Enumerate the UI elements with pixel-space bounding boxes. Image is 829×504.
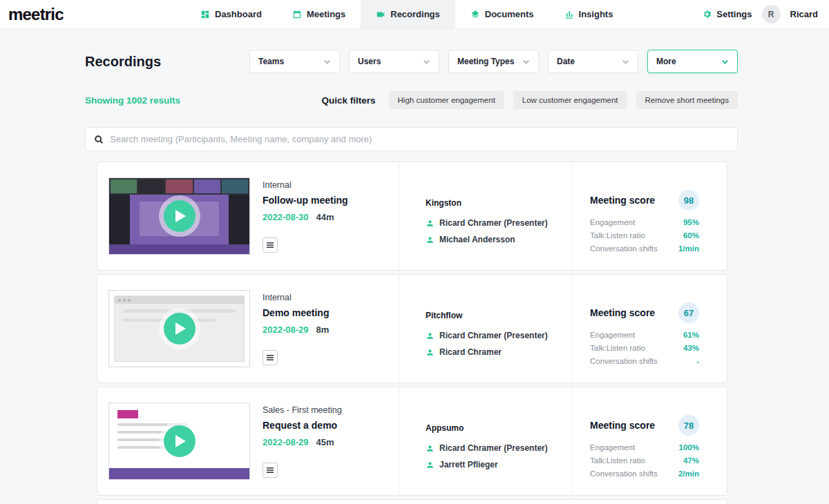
- metric-row: Engagement100%: [590, 443, 699, 452]
- participant: Ricard Chramer (Presenter): [426, 218, 564, 228]
- meeting-title: Request a demo: [263, 420, 389, 431]
- hamburger-icon: [266, 241, 274, 249]
- company-name: Appsumo: [426, 423, 564, 433]
- meeting-title: Follow-up meeting: [263, 195, 389, 206]
- chevron-down-icon: [323, 58, 331, 66]
- metric-row: Talk:Listen ratio43%: [590, 344, 699, 352]
- metric-row: Conversation shifts1/min: [590, 244, 699, 253]
- meeting-duration: 8m: [316, 324, 330, 335]
- person-icon: [426, 219, 435, 228]
- play-icon: [175, 322, 186, 335]
- filter-label: Teams: [258, 57, 284, 66]
- participant-name: Ricard Chramer (Presenter): [439, 443, 548, 453]
- participant: Jarrett Pflieger: [426, 460, 564, 469]
- recording-thumbnail[interactable]: [108, 177, 250, 255]
- participant: Michael Andersson: [426, 235, 564, 244]
- search-input[interactable]: [110, 134, 729, 144]
- nav-label: Insights: [579, 9, 613, 19]
- play-button[interactable]: [164, 200, 196, 232]
- meeting-date: 2022-08-30: [263, 212, 309, 222]
- card-menu-button[interactable]: [263, 350, 278, 365]
- recording-card[interactable]: Sales - First meeting Request a demo 202…: [97, 387, 727, 496]
- person-icon: [426, 461, 435, 469]
- layers-icon: [470, 10, 480, 19]
- metric-row: Conversation shifts-: [590, 357, 699, 365]
- play-icon: [175, 435, 186, 447]
- chip-remove-short[interactable]: Remove short meetings: [636, 91, 738, 109]
- recording-thumbnail[interactable]: [108, 403, 250, 480]
- page-title: Recordings: [85, 54, 161, 70]
- nav-documents[interactable]: Documents: [455, 0, 549, 28]
- meeting-category: Internal: [263, 180, 389, 190]
- search-icon: [94, 135, 104, 144]
- participant-name: Michael Andersson: [439, 235, 515, 244]
- meeting-category: Internal: [263, 293, 389, 302]
- meeting-score-label: Meeting score: [590, 307, 655, 318]
- participant: Ricard Chramer (Presenter): [426, 331, 564, 340]
- hamburger-icon: [266, 353, 274, 362]
- recording-card[interactable]: Internal Demo meeting 2022-08-29 8m Pitc…: [97, 274, 727, 383]
- metric-row: Conversation shifts2/min: [590, 469, 699, 478]
- person-icon: [426, 444, 435, 453]
- play-icon: [175, 210, 186, 222]
- settings-button[interactable]: Settings: [702, 9, 752, 19]
- person-icon: [426, 235, 435, 244]
- filter-more[interactable]: More: [647, 50, 738, 73]
- chevron-down-icon: [522, 58, 530, 66]
- calendar-icon: [292, 10, 302, 19]
- nav-label: Meetings: [307, 9, 345, 19]
- avatar[interactable]: R: [762, 5, 781, 23]
- chip-high-engagement[interactable]: High customer engagement: [389, 91, 504, 109]
- app-logo[interactable]: meetric: [0, 5, 185, 24]
- participant-name: Jarrett Pflieger: [439, 460, 498, 469]
- chevron-down-icon: [622, 58, 629, 66]
- meeting-duration: 45m: [316, 437, 334, 447]
- search-bar: [85, 127, 738, 151]
- recording-thumbnail[interactable]: [108, 290, 250, 367]
- meeting-date: 2022-08-29: [263, 324, 309, 335]
- card-menu-button[interactable]: [263, 463, 278, 478]
- meeting-score-label: Meeting score: [590, 195, 655, 206]
- quick-filters-label: Quick filters: [322, 95, 376, 106]
- main-nav: Dashboard Meetings Recordings Documents …: [185, 0, 628, 28]
- recording-card-partial[interactable]: [97, 499, 727, 504]
- participant: Ricard Chramer (Presenter): [426, 443, 564, 453]
- meeting-score-badge: 78: [678, 415, 699, 436]
- meeting-title: Demo meeting: [263, 307, 389, 318]
- filter-users[interactable]: Users: [349, 50, 439, 73]
- quick-filters: Quick filters High customer engagement L…: [322, 91, 738, 109]
- play-button[interactable]: [164, 425, 196, 457]
- video-camera-icon: [376, 10, 385, 19]
- card-menu-button[interactable]: [263, 238, 278, 253]
- recordings-list: Internal Follow-up meeting 2022-08-30 44…: [97, 162, 727, 496]
- recording-card[interactable]: Internal Follow-up meeting 2022-08-30 44…: [97, 162, 727, 271]
- hamburger-icon: [266, 466, 274, 474]
- results-count: Showing 1002 results: [85, 95, 180, 106]
- meeting-duration: 44m: [316, 212, 334, 222]
- metric-row: Talk:Listen ratio60%: [590, 231, 699, 240]
- chart-icon: [564, 10, 574, 19]
- header-right: Settings R Ricard: [702, 0, 829, 28]
- nav-meetings[interactable]: Meetings: [277, 0, 361, 28]
- play-button[interactable]: [164, 313, 196, 345]
- nav-dashboard[interactable]: Dashboard: [185, 0, 277, 28]
- meeting-score-badge: 98: [678, 190, 699, 211]
- recordings-page: Recordings Teams Users Meeting Types Dat…: [0, 50, 829, 504]
- nav-insights[interactable]: Insights: [549, 0, 629, 28]
- nav-label: Dashboard: [215, 9, 262, 19]
- filter-teams[interactable]: Teams: [249, 50, 340, 73]
- meeting-score-badge: 67: [678, 302, 699, 323]
- thumbnail-art: [109, 178, 249, 195]
- metric-row: Engagement61%: [590, 331, 699, 339]
- nav-recordings[interactable]: Recordings: [361, 0, 455, 28]
- participant: Ricard Chramer: [426, 347, 564, 357]
- chevron-down-icon: [721, 58, 729, 66]
- dashboard-icon: [200, 10, 210, 19]
- filter-meeting-types[interactable]: Meeting Types: [448, 50, 539, 73]
- user-name: Ricard: [790, 9, 818, 19]
- gear-icon: [702, 9, 712, 19]
- filter-date[interactable]: Date: [548, 50, 638, 73]
- chip-low-engagement[interactable]: Low customer engagement: [513, 91, 627, 109]
- company-name: Kingston: [426, 198, 564, 208]
- company-name: Pitchflow: [426, 311, 564, 320]
